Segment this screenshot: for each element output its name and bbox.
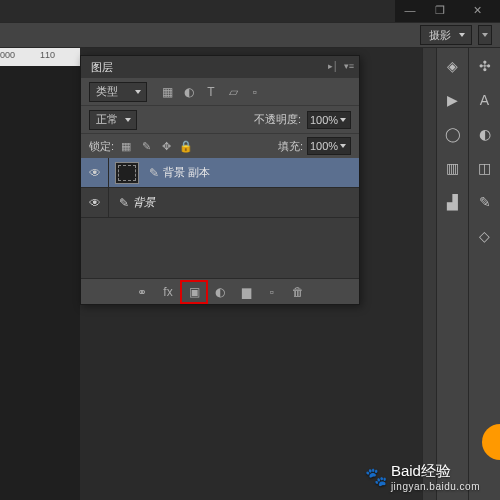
dock-column-1: ◈ ▶ ◯ ▥ ▟ [436,48,468,500]
watermark-brand: Baid [391,462,421,479]
close-button[interactable]: × [455,0,500,20]
dock2-f-icon[interactable]: ◇ [473,224,497,248]
filter-smart-icon[interactable]: ▫ [245,83,265,101]
watermark-sub: 经验 [421,462,451,479]
dock2-a-icon[interactable]: ✣ [473,54,497,78]
delete-layer-icon[interactable]: 🗑 [285,281,311,303]
visibility-icon[interactable]: 👁 [81,188,109,218]
opacity-label: 不透明度: [254,112,301,127]
new-group-icon[interactable]: ▆ [233,281,259,303]
box-dock-icon[interactable]: ▥ [441,156,465,180]
brush-icon: ✎ [119,196,129,210]
layers-dock-icon[interactable]: ◈ [441,54,465,78]
fill-value[interactable]: 100% [307,137,351,155]
watermark-url: jingyan.baidu.com [391,481,480,492]
filter-adjust-icon[interactable]: ◐ [179,83,199,101]
dock2-e-icon[interactable]: ✎ [473,190,497,214]
lock-all-icon[interactable]: 🔒 [178,138,194,154]
circle-dock-icon[interactable]: ◯ [441,122,465,146]
layer-list-empty [81,218,359,278]
ruler-horizontal: 000 110 [0,48,80,66]
restore-button[interactable]: ❐ [425,0,455,20]
scrollbar-vertical[interactable] [422,48,436,500]
dock2-b-icon[interactable]: A [473,88,497,112]
lock-transparent-icon[interactable]: ▦ [118,138,134,154]
layers-panel: 图层 ▸│ ▾≡ 类型 ▦ ◐ T ▱ ▫ 正常 不透明度: 100% 锁定: … [80,55,360,305]
new-layer-icon[interactable]: ▫ [259,281,285,303]
layer-fx-icon[interactable]: fx [155,281,181,303]
fill-label: 填充: [278,139,303,154]
watermark: 🐾 Baid经验 jingyan.baidu.com [365,462,480,492]
visibility-icon[interactable]: 👁 [81,158,109,188]
lock-position-icon[interactable]: ✥ [158,138,174,154]
workspace-select[interactable]: 摄影 [420,25,472,45]
blend-mode-select[interactable]: 正常 [89,110,137,130]
layer-name[interactable]: 背景 副本 [163,165,210,180]
filter-kind-select[interactable]: 类型 [89,82,147,102]
add-mask-icon[interactable]: ▣ [181,281,207,303]
layer-item[interactable]: 👁 ✎ 背景 [81,188,359,218]
opacity-value[interactable]: 100% [307,111,351,129]
dock2-c-icon[interactable]: ◐ [473,122,497,146]
minimize-button[interactable]: — [395,0,425,20]
layer-thumbnail[interactable] [115,162,139,184]
filter-type-icon[interactable]: T [201,83,221,101]
adjustment-layer-icon[interactable]: ◐ [207,281,233,303]
collapse-icon[interactable]: ▸│ [327,60,339,72]
layer-list: 👁 ✎ 背景 副本 👁 ✎ 背景 [81,158,359,278]
panel-title: 图层 [91,60,113,75]
brush-icon: ✎ [149,166,159,180]
lock-label: 锁定: [89,139,114,154]
layer-name[interactable]: 背景 [133,195,155,210]
canvas-area[interactable] [0,66,80,500]
play-dock-icon[interactable]: ▶ [441,88,465,112]
dock2-d-icon[interactable]: ◫ [473,156,497,180]
ruler-mark: 000 [0,50,15,60]
link-layers-icon[interactable]: ⚭ [129,281,155,303]
paw-icon: 🐾 [365,466,387,488]
stamp-dock-icon[interactable]: ▟ [441,190,465,214]
lock-pixels-icon[interactable]: ✎ [138,138,154,154]
ruler-mark: 110 [40,50,55,60]
filter-shape-icon[interactable]: ▱ [223,83,243,101]
filter-pixel-icon[interactable]: ▦ [157,83,177,101]
workspace-dropdown-icon[interactable] [478,25,492,45]
panel-tab-layers[interactable]: 图层 ▸│ ▾≡ [81,56,359,78]
panel-menu-icon[interactable]: ▾≡ [343,60,355,72]
layer-item[interactable]: 👁 ✎ 背景 副本 [81,158,359,188]
